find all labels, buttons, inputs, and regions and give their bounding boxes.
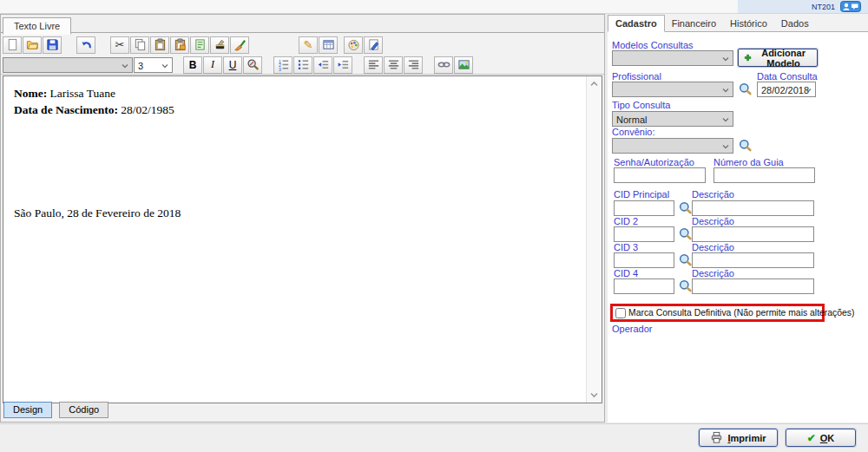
- cid-4-search-icon[interactable]: [679, 279, 693, 293]
- editor-tab-strip: Texto Livre: [1, 15, 604, 33]
- modelos-consultas-label: Modelos Consultas: [612, 40, 694, 50]
- data-consulta-label: Data Consulta: [757, 71, 818, 82]
- cid-3-desc-input[interactable]: [692, 252, 814, 268]
- numbered-list-icon[interactable]: 123: [273, 56, 293, 74]
- marca-definitiva-checkbox[interactable]: [615, 308, 626, 318]
- tab-codigo[interactable]: Código: [59, 402, 108, 418]
- cid-2-desc-input[interactable]: [692, 226, 814, 242]
- tab-design[interactable]: Design: [3, 402, 52, 418]
- cid-3-desc-label: Descrição: [692, 242, 734, 252]
- printer-icon: [710, 431, 723, 444]
- profissional-search-icon[interactable]: [739, 82, 753, 96]
- tab-cadastro[interactable]: Cadastro: [608, 15, 665, 32]
- cid-4-desc-label: Descrição: [692, 268, 734, 278]
- cid-2-label: CID 2: [614, 216, 638, 226]
- font-family-combo[interactable]: [3, 57, 133, 73]
- paste-special-icon[interactable]: [170, 36, 189, 54]
- tab-financeiro[interactable]: Financeiro: [665, 16, 723, 31]
- session-code: NT201: [812, 3, 835, 11]
- tab-dados[interactable]: Dados: [774, 16, 816, 31]
- bullet-list-icon[interactable]: [293, 56, 312, 74]
- cid-4-desc-input[interactable]: [692, 278, 814, 294]
- check-icon: ✔: [807, 432, 816, 444]
- clean-format-icon[interactable]: [230, 36, 249, 54]
- editor-panel: Texto Livre ✂ ✎: [0, 14, 605, 423]
- cid-2-search-icon[interactable]: [679, 227, 693, 241]
- senha-autorizacao-input[interactable]: [614, 167, 706, 183]
- cid-2-input[interactable]: [614, 226, 674, 242]
- consulta-tab-strip: Cadastro Financeiro Histórico Dados: [608, 14, 868, 32]
- tipo-consulta-combo[interactable]: Normal: [612, 111, 733, 127]
- patient-name-line: Nome: Larissa Tuane: [14, 85, 586, 102]
- color-palette-icon[interactable]: [344, 36, 363, 54]
- insert-table-icon[interactable]: [319, 36, 338, 54]
- view-tab-strip: Design Código: [3, 402, 113, 419]
- format-painter-icon[interactable]: [210, 36, 229, 54]
- cadastro-form: Modelos Consultas Adicionar Modelo Profi…: [608, 31, 868, 423]
- highlight-pen-icon[interactable]: ✎: [299, 36, 318, 54]
- tipo-consulta-label: Tipo Consulta: [612, 100, 670, 110]
- cid-2-desc-label: Descrição: [692, 216, 734, 226]
- profissional-label: Profissional: [612, 71, 661, 82]
- new-document-icon[interactable]: [3, 36, 22, 54]
- convenio-combo[interactable]: [612, 138, 733, 154]
- align-center-icon[interactable]: [384, 56, 403, 74]
- outdent-icon[interactable]: [313, 56, 332, 74]
- titlebar: NT201: [0, 0, 868, 14]
- copy-icon[interactable]: [130, 36, 149, 54]
- action-bar: Imprimir ✔ OK: [0, 423, 868, 452]
- imprimir-button[interactable]: Imprimir: [699, 429, 778, 447]
- cid-4-input[interactable]: [614, 278, 674, 294]
- paste-icon[interactable]: [150, 36, 169, 54]
- ok-button[interactable]: ✔ OK: [786, 429, 856, 447]
- italic-button[interactable]: I: [203, 56, 222, 74]
- cid-principal-input[interactable]: [614, 200, 674, 216]
- numero-guia-input[interactable]: [713, 167, 815, 183]
- svg-text:3: 3: [278, 67, 280, 71]
- users-chat-icon[interactable]: [839, 1, 862, 12]
- editor-scrollbar[interactable]: [586, 76, 602, 403]
- save-icon[interactable]: [43, 36, 62, 54]
- undo-icon[interactable]: [76, 36, 95, 54]
- cid-4-label: CID 4: [614, 268, 638, 278]
- editor-toolbar: ✂ ✎ 3: [1, 33, 604, 75]
- profissional-combo[interactable]: [612, 82, 733, 97]
- indent-icon[interactable]: [333, 56, 352, 74]
- hyperlink-icon[interactable]: [434, 56, 453, 74]
- city-date-line: São Paulo, 28 de Fevereiro de 2018: [14, 205, 586, 221]
- tab-texto-livre[interactable]: Texto Livre: [3, 17, 71, 35]
- scroll-down-icon[interactable]: [589, 392, 599, 399]
- font-size-combo[interactable]: 3: [134, 57, 173, 73]
- cid-3-label: CID 3: [614, 242, 638, 252]
- modelos-consultas-combo[interactable]: [612, 50, 733, 66]
- tab-historico[interactable]: Histórico: [723, 16, 774, 31]
- insert-image-icon[interactable]: [454, 56, 473, 74]
- cid-3-input[interactable]: [614, 252, 674, 268]
- data-consulta-combo[interactable]: 28/02/2018: [757, 82, 816, 97]
- cid-principal-desc-input[interactable]: [692, 200, 814, 216]
- scroll-up-icon[interactable]: [589, 80, 599, 87]
- align-right-icon[interactable]: [404, 56, 423, 74]
- rich-text-editor[interactable]: Nome: Larissa Tuane Data de Nascimento: …: [3, 75, 602, 403]
- font-size-value: 3: [138, 61, 143, 71]
- underline-button[interactable]: U: [223, 56, 242, 74]
- adicionar-modelo-button[interactable]: Adicionar Modelo: [738, 49, 818, 67]
- open-folder-icon[interactable]: [23, 36, 42, 54]
- convenio-search-icon[interactable]: [739, 139, 753, 153]
- document-content[interactable]: Nome: Larissa Tuane Data de Nascimento: …: [3, 76, 586, 403]
- marca-definitiva-label: Marca Consulta Definitiva (Não permite m…: [628, 308, 854, 318]
- print-preview-icon[interactable]: [364, 36, 383, 54]
- numero-guia-label: Número da Guia: [713, 157, 784, 167]
- paste-text-icon[interactable]: [190, 36, 209, 54]
- cid-principal-search-icon[interactable]: [679, 201, 693, 215]
- align-left-icon[interactable]: [364, 56, 383, 74]
- birth-date-line: Data de Nascimento: 28/02/1985: [14, 102, 586, 118]
- cid-3-search-icon[interactable]: [679, 253, 693, 267]
- marca-definitiva-highlight: Marca Consulta Definitiva (Não permite m…: [610, 304, 825, 322]
- cut-icon[interactable]: ✂: [110, 36, 129, 54]
- bold-button[interactable]: B: [183, 56, 202, 74]
- text-color-search-icon[interactable]: [243, 56, 262, 74]
- convenio-label: Convênio:: [612, 127, 655, 137]
- operador-label: Operador: [612, 324, 652, 334]
- cid-principal-desc-label: Descrição: [692, 189, 734, 200]
